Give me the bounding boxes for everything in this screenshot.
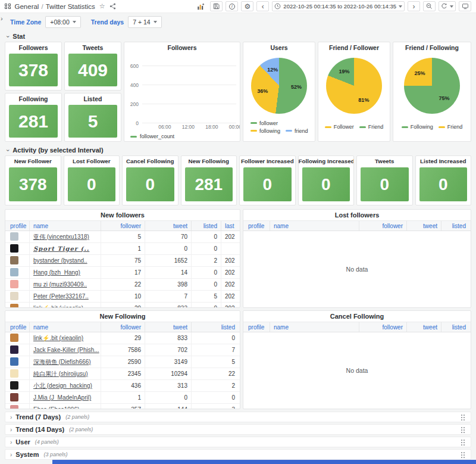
column-header-tweet[interactable]: tweet — [406, 322, 441, 332]
pie-chart[interactable]: 75%25% — [404, 58, 460, 114]
dashboard-settings-gear-icon[interactable]: ⚙ — [241, 1, 253, 11]
favorite-star-icon[interactable]: ☆ — [99, 2, 105, 10]
trend-days-select[interactable]: 7 + 14 — [128, 16, 162, 28]
user-profile-link[interactable]: 亚伟 (vincentxu1318) — [33, 233, 89, 241]
column-header-name[interactable]: name — [29, 221, 101, 231]
user-profile-link[interactable]: J.Mia (J_MadeInApril) — [33, 394, 91, 401]
pie-chart[interactable]: 81%19% — [326, 58, 382, 114]
pie-chart[interactable]: 52%36%12% — [251, 58, 307, 114]
column-header-profile[interactable]: profile — [5, 223, 29, 229]
legend-item[interactable]: follower — [250, 120, 278, 126]
column-header-profile[interactable]: profile — [243, 223, 270, 229]
profile-avatar — [10, 268, 18, 276]
tweet-count: 10294 — [145, 368, 191, 379]
dashboard-title[interactable]: Twitter Statistics — [46, 3, 95, 10]
legend-item[interactable]: Following — [402, 124, 433, 130]
column-header-profile[interactable]: profile — [5, 324, 29, 331]
time-shift-back-button[interactable]: ‹ — [256, 1, 269, 11]
column-header-follower[interactable]: follower — [359, 221, 406, 231]
user-profile-link[interactable]: Jack Fake-Killer (Phish... — [33, 347, 99, 353]
column-header-follower[interactable]: follower — [359, 322, 406, 332]
legend-item[interactable]: Friend — [359, 124, 384, 130]
column-header-last[interactable]: last — [221, 221, 239, 231]
drag-handle-icon[interactable] — [461, 439, 466, 446]
breadcrumb-root[interactable]: General — [15, 3, 39, 10]
column-header-follower[interactable]: follower — [101, 221, 145, 231]
user-profile-link[interactable]: Ehco (Ehco1996) — [33, 406, 79, 409]
add-panel-icon[interactable] — [195, 1, 207, 11]
refresh-interval-caret-icon[interactable] — [450, 5, 453, 8]
user-profile-link[interactable]: Hang (bzh_Hang) — [33, 269, 80, 276]
row-header-activity[interactable]: › Activity (by selected Interval) — [7, 146, 104, 154]
refresh-button[interactable] — [439, 1, 456, 11]
column-header-follower[interactable]: follower — [101, 322, 145, 332]
legend-item[interactable]: Follower — [325, 124, 354, 130]
drag-handle-icon[interactable] — [461, 414, 466, 421]
save-dashboard-icon[interactable] — [210, 1, 223, 11]
user-profile-link[interactable]: link⚡.bit (xieaolin) — [33, 305, 83, 307]
pie-slice-label: 75% — [439, 95, 450, 101]
profile-avatar — [10, 244, 18, 253]
tweet-count: 833 — [145, 332, 191, 344]
time-range-picker[interactable]: 2022-10-25 00:14:35 to 2022-10-26 00:14:… — [272, 1, 405, 11]
column-header-listed[interactable]: listed — [441, 221, 469, 231]
chart-legend[interactable]: follower_count — [130, 133, 174, 139]
pie-legend[interactable]: followerfollowingfriend — [243, 114, 315, 141]
column-header-tweet[interactable]: tweet — [406, 221, 441, 231]
pie-legend[interactable]: FollowingFriend — [393, 114, 471, 141]
row-header-stat[interactable]: › Stat — [7, 32, 25, 41]
pie-legend[interactable]: FollowerFriend — [318, 114, 390, 141]
user-profile-link[interactable]: Sport Tiger (.. — [33, 245, 89, 252]
time-shift-forward-button[interactable]: › — [408, 1, 420, 11]
column-header-name[interactable]: name — [29, 322, 101, 332]
drag-handle-icon[interactable] — [461, 451, 466, 458]
user-profile-link[interactable]: link⚡.bit (xieaolin) — [33, 335, 83, 341]
table-row: mu zi (muzi930409.. 22 398 0 202 — [5, 279, 240, 291]
user-profile-link[interactable]: 小北 (design_hacking) — [33, 382, 92, 390]
column-header-tweet[interactable]: tweet — [145, 221, 191, 231]
row-header-trend-7-days[interactable]: › Trend (7 Days) (2 panels) — [5, 412, 471, 422]
legend-item[interactable]: Friend — [439, 124, 463, 130]
zoom-out-time-icon[interactable] — [423, 1, 436, 11]
user-profile-link[interactable]: 純白果汁 (shiroijusu) — [33, 370, 88, 378]
row-header-user[interactable]: › User (4 panels) — [5, 437, 471, 447]
row-header-system[interactable]: › System (3 panels) — [5, 449, 471, 460]
drag-handle-icon[interactable] — [461, 426, 466, 433]
user-profile-link[interactable]: 深海萌鱼 (Diefish666) — [33, 358, 91, 366]
last-date — [221, 243, 239, 254]
pie-slice-label: 25% — [414, 70, 425, 76]
row-header-trend-14-days[interactable]: › Trend (14 Days) (2 panels) — [5, 424, 471, 435]
column-header-tweet[interactable]: tweet — [145, 322, 191, 332]
profile-avatar — [10, 405, 18, 409]
sidebar-expand-icon[interactable]: › — [1, 15, 3, 22]
gridline — [142, 85, 236, 85]
clock-icon — [274, 3, 281, 10]
column-header-listed[interactable]: listed — [191, 322, 239, 332]
follower-count: 1 — [101, 392, 145, 403]
tv-kiosk-mode-icon[interactable] — [459, 1, 471, 11]
dashboards-grid-icon[interactable] — [5, 4, 11, 10]
column-header-profile[interactable]: profile — [243, 324, 270, 331]
followers-line-chart[interactable]: 0200400600 06:0012:0018:0000:00 follower… — [124, 53, 240, 141]
legend-item[interactable]: following — [250, 128, 280, 134]
share-icon[interactable] — [109, 3, 116, 10]
listed-count: 2 — [191, 255, 221, 266]
column-header-listed[interactable]: listed — [191, 221, 221, 231]
user-profile-link[interactable]: mu zi (muzi930409.. — [33, 281, 87, 288]
column-header-listed[interactable]: listed — [441, 322, 469, 332]
column-header-name[interactable]: name — [270, 322, 359, 332]
user-profile-link[interactable]: bystander (bystand.. — [33, 257, 87, 264]
chevron-right-icon: › — [10, 426, 12, 433]
timezone-select[interactable]: +08:00 — [45, 16, 80, 28]
tables-row-2: New Following profile name follower twee… — [5, 310, 471, 409]
legend-item[interactable]: friend — [286, 128, 308, 134]
x-tick-label: 00:00 — [229, 124, 240, 130]
profile-avatar — [10, 292, 18, 300]
tables-row-1: New followers profile name follower twee… — [5, 209, 471, 308]
user-profile-link[interactable]: Peter (Peter332167.. — [33, 293, 89, 300]
legend-label: Following — [411, 124, 433, 130]
dashboard-insights-icon[interactable]: i — [226, 1, 238, 11]
column-header-name[interactable]: name — [270, 221, 359, 231]
breadcrumb-divider: / — [41, 3, 43, 10]
last-date: 202 — [221, 303, 239, 307]
